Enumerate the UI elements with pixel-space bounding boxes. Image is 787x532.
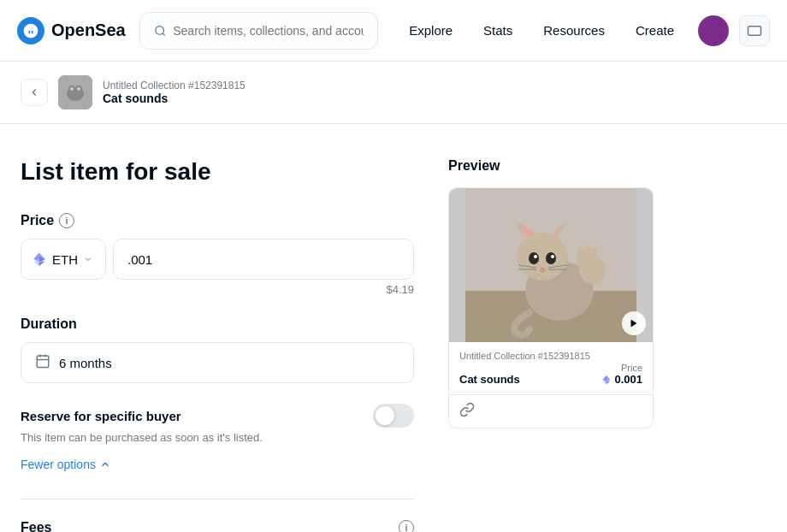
svg-point-8 bbox=[77, 87, 80, 91]
chevron-down-icon bbox=[83, 254, 93, 264]
fees-info-icon[interactable]: i bbox=[399, 520, 414, 532]
logo-icon bbox=[17, 17, 44, 44]
fees-header: Fees i bbox=[21, 520, 414, 532]
chain-icon bbox=[459, 405, 475, 420]
fees-title: Fees bbox=[21, 520, 51, 532]
logo-text: OpenSea bbox=[51, 21, 126, 40]
preview-collection: Untitled Collection #152391815 bbox=[459, 351, 642, 361]
breadcrumb-item-name: Cat sounds bbox=[103, 92, 246, 105]
svg-point-16 bbox=[517, 233, 568, 281]
preview-image-area bbox=[449, 188, 653, 342]
link-icon bbox=[459, 402, 475, 417]
breadcrumb-collection: Untitled Collection #152391815 bbox=[103, 80, 246, 92]
duration-label: Duration bbox=[21, 316, 414, 332]
right-panel: Preview bbox=[448, 158, 654, 532]
calendar-svg bbox=[35, 353, 50, 369]
nav-resources[interactable]: Resources bbox=[530, 16, 618, 44]
preview-card: Untitled Collection #152391815 Cat sound… bbox=[448, 187, 654, 429]
logo[interactable]: OpenSea bbox=[17, 17, 126, 44]
chevron-up-icon bbox=[99, 458, 111, 470]
play-icon bbox=[629, 318, 639, 328]
reserve-toggle[interactable] bbox=[373, 404, 414, 428]
svg-point-23 bbox=[534, 255, 537, 258]
svg-point-33 bbox=[584, 245, 591, 254]
duration-section: Duration 6 months bbox=[21, 316, 414, 383]
svg-point-1 bbox=[156, 26, 164, 34]
play-button[interactable] bbox=[622, 311, 646, 335]
user-avatar[interactable] bbox=[698, 15, 729, 46]
toggle-thumb bbox=[376, 406, 394, 425]
calendar-icon bbox=[35, 353, 50, 372]
currency-label: ETH bbox=[52, 252, 78, 267]
back-arrow-icon bbox=[28, 86, 40, 98]
left-panel: List item for sale Price i ETH bbox=[21, 158, 414, 532]
svg-marker-35 bbox=[631, 320, 637, 328]
preview-bottom: Cat sounds Price 0.001 bbox=[459, 363, 642, 386]
item-thumbnail bbox=[58, 75, 92, 109]
navbar: OpenSea Explore Stats Resources Create bbox=[0, 0, 787, 62]
preview-price-label: Price bbox=[601, 363, 642, 373]
breadcrumb-text: Untitled Collection #152391815 Cat sound… bbox=[103, 80, 246, 105]
svg-point-22 bbox=[546, 252, 556, 264]
search-bar[interactable] bbox=[139, 12, 379, 50]
svg-point-7 bbox=[70, 87, 74, 91]
svg-point-21 bbox=[529, 252, 539, 264]
duration-value: 6 months bbox=[59, 356, 112, 370]
svg-point-32 bbox=[577, 247, 584, 256]
preview-price-area: Price 0.001 bbox=[601, 363, 642, 386]
eth-icon bbox=[32, 251, 47, 267]
preview-item-name: Cat sounds bbox=[459, 373, 520, 386]
svg-rect-2 bbox=[749, 26, 761, 35]
preview-label: Preview bbox=[448, 158, 654, 174]
price-row: ETH bbox=[21, 239, 414, 280]
fees-section: Fees i Service Fee 2.5% bbox=[21, 499, 414, 532]
wallet-icon bbox=[747, 23, 762, 38]
price-info-icon[interactable]: i bbox=[59, 213, 74, 228]
page-title: List item for sale bbox=[21, 158, 414, 186]
preview-footer bbox=[449, 394, 653, 428]
price-input[interactable] bbox=[113, 239, 414, 280]
price-label: Price i bbox=[21, 213, 414, 228]
preview-price-value: 0.001 bbox=[601, 373, 642, 386]
main-layout: List item for sale Price i ETH bbox=[0, 124, 787, 532]
preview-info: Untitled Collection #152391815 Cat sound… bbox=[449, 342, 653, 394]
svg-rect-9 bbox=[37, 356, 49, 368]
breadcrumb-image bbox=[58, 75, 92, 109]
price-section: Price i ETH bbox=[21, 213, 414, 296]
nav-stats[interactable]: Stats bbox=[470, 16, 526, 44]
nav-explore[interactable]: Explore bbox=[395, 16, 466, 44]
back-button[interactable] bbox=[21, 79, 48, 106]
nav-create[interactable]: Create bbox=[622, 16, 688, 44]
svg-point-24 bbox=[551, 255, 554, 258]
preview-eth-icon bbox=[601, 375, 612, 385]
opensea-logo-svg bbox=[22, 22, 39, 39]
breadcrumb: Untitled Collection #152391815 Cat sound… bbox=[0, 62, 787, 124]
cat-image bbox=[465, 188, 636, 342]
reserve-subtitle: This item can be purchased as soon as it… bbox=[21, 431, 414, 444]
reserve-section: Reserve for specific buyer This item can… bbox=[21, 404, 414, 444]
price-usd: $4.19 bbox=[21, 283, 414, 296]
svg-point-34 bbox=[591, 247, 598, 256]
wallet-button[interactable] bbox=[739, 15, 770, 46]
search-input[interactable] bbox=[173, 24, 364, 38]
fewer-options-button[interactable]: Fewer options bbox=[21, 458, 414, 471]
currency-selector[interactable]: ETH bbox=[21, 239, 106, 280]
reserve-row: Reserve for specific buyer bbox=[21, 404, 414, 428]
reserve-title: Reserve for specific buyer bbox=[21, 409, 181, 423]
nav-links: Explore Stats Resources Create bbox=[395, 15, 770, 46]
duration-selector[interactable]: 6 months bbox=[21, 342, 414, 383]
search-icon bbox=[154, 24, 167, 38]
